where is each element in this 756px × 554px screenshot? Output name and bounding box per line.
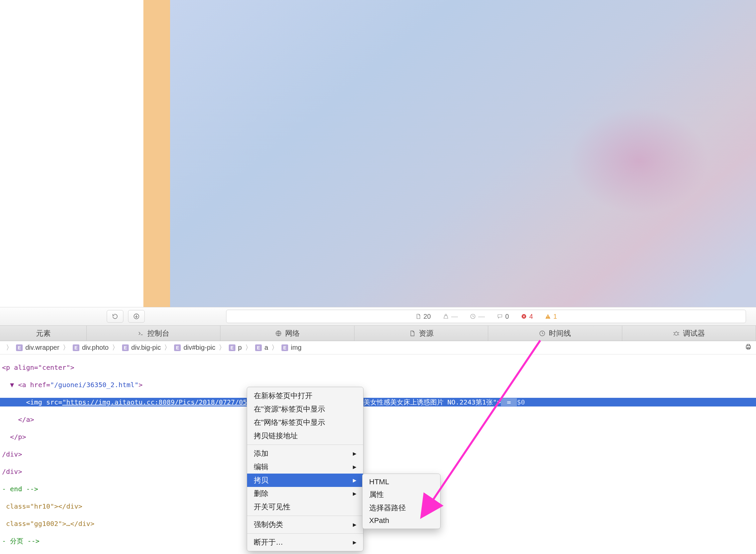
menu-separator xyxy=(247,445,363,445)
dom-line[interactable]: - 分页 --> xyxy=(2,537,39,545)
dom-line[interactable]: /div> xyxy=(2,450,22,458)
time-chip[interactable]: — xyxy=(470,313,485,320)
page-border-strip xyxy=(143,0,170,307)
chevron-right-icon: ▶ xyxy=(353,522,357,527)
dom-line[interactable]: - end --> xyxy=(2,485,38,493)
tab-timeline[interactable]: 时间线 xyxy=(488,326,622,341)
ctx-show-in-network[interactable]: 在"网络"标签页中显示 xyxy=(247,416,363,429)
context-menu: 在新标签页中打开 在"资源"标签页中显示 在"网络"标签页中显示 拷贝链接地址 … xyxy=(247,387,364,551)
chevron-right-icon: ▶ xyxy=(353,478,357,483)
menu-separator xyxy=(247,533,363,534)
tab-resources[interactable]: 资源 xyxy=(355,326,488,341)
tab-label: 资源 xyxy=(419,328,434,338)
element-badge-icon: E xyxy=(73,344,79,351)
element-badge-icon: E xyxy=(281,344,288,351)
svg-rect-9 xyxy=(746,346,751,348)
weight-chip[interactable]: — xyxy=(443,313,458,320)
chevron-right-icon: 〉 xyxy=(245,343,252,352)
comments-count: 0 xyxy=(505,313,509,320)
reload-button[interactable] xyxy=(107,310,123,323)
tab-label: 调试器 xyxy=(683,328,705,338)
devtools-tabs: 元素 控制台 网络 资源 时间线 调试器 xyxy=(0,326,756,341)
dom-selected-line[interactable]: <img src="https://img.aitaotu.cc:8089/Pi… xyxy=(0,398,756,406)
tab-elements[interactable]: 元素 xyxy=(0,326,87,341)
chevron-right-icon: ▶ xyxy=(353,540,357,545)
chevron-right-icon: 〉 xyxy=(63,343,69,352)
svg-point-8 xyxy=(675,332,678,335)
svg-rect-5 xyxy=(548,318,548,318)
dom-line[interactable]: <p align="center"> xyxy=(2,364,74,372)
ctx-break-on[interactable]: 断开于…▶ xyxy=(247,536,363,549)
tab-label: 控制台 xyxy=(147,328,170,338)
errors-chip[interactable]: 4 xyxy=(521,313,533,320)
crumb-item[interactable]: img xyxy=(291,344,302,351)
crumb-item[interactable]: p xyxy=(238,344,242,351)
chevron-right-icon: ▶ xyxy=(353,451,357,456)
submenu-html[interactable]: HTML xyxy=(363,476,440,488)
chevron-right-icon: 〉 xyxy=(219,343,226,352)
warnings-chip[interactable]: 1 xyxy=(545,313,557,320)
ctx-force-pseudo[interactable]: 强制伪类▶ xyxy=(247,518,363,531)
ctx-copy-link[interactable]: 拷贝链接地址 xyxy=(247,429,363,443)
submenu-attributes[interactable]: 属性 xyxy=(363,488,440,501)
dom-line[interactable]: </p> xyxy=(10,433,26,441)
chevron-right-icon: ▶ xyxy=(353,464,357,469)
browser-page xyxy=(0,0,756,307)
ctx-open-new-tab[interactable]: 在新标签页中打开 xyxy=(247,389,363,402)
submenu-selector-path[interactable]: 选择器路径 xyxy=(363,501,440,515)
element-badge-icon: E xyxy=(174,344,181,351)
element-badge-icon: E xyxy=(122,344,129,351)
submenu-xpath[interactable]: XPath xyxy=(363,515,440,527)
dom-line[interactable]: /div> xyxy=(2,467,22,476)
crumb-item[interactable]: div.photo xyxy=(82,344,109,351)
ctx-delete[interactable]: 删除▶ xyxy=(247,487,363,500)
dom-line[interactable]: </a> xyxy=(18,416,34,424)
tab-label: 元素 xyxy=(36,328,51,338)
tab-console[interactable]: 控制台 xyxy=(87,326,220,341)
element-badge-icon: E xyxy=(229,344,236,351)
chevron-right-icon: 〉 xyxy=(164,343,171,352)
devtools-status-bar: 20 — — 0 4 1 xyxy=(226,310,746,323)
tab-label: 时间线 xyxy=(549,328,571,338)
page-gutter xyxy=(0,0,143,307)
chevron-right-icon: ▶ xyxy=(353,491,357,496)
ctx-toggle-visibility[interactable]: 开关可见性 xyxy=(247,500,363,514)
ctx-add[interactable]: 添加▶ xyxy=(247,447,363,460)
ctx-show-in-resources[interactable]: 在"资源"标签页中显示 xyxy=(247,402,363,416)
print-icon[interactable] xyxy=(745,343,752,352)
page-main-image[interactable] xyxy=(170,0,756,307)
svg-point-1 xyxy=(445,314,447,316)
svg-rect-10 xyxy=(747,344,749,346)
chevron-right-icon: 〉 xyxy=(271,343,278,352)
menu-separator xyxy=(247,516,363,516)
download-button[interactable] xyxy=(128,310,145,323)
docs-count-chip[interactable]: 20 xyxy=(415,313,431,320)
tab-label: 网络 xyxy=(285,328,300,338)
element-badge-icon: E xyxy=(255,344,262,351)
crumb-item[interactable]: div#big-pic xyxy=(183,344,215,351)
docs-count: 20 xyxy=(424,313,431,320)
dom-line[interactable]: ▼ <a href="/guonei/36350_2.html"> xyxy=(10,381,142,389)
svg-rect-4 xyxy=(548,316,548,317)
tab-network[interactable]: 网络 xyxy=(220,326,354,341)
crumb-item[interactable]: div.big-pic xyxy=(131,344,161,351)
copy-submenu: HTML 属性 选择器路径 XPath xyxy=(362,474,441,529)
chevron-right-icon: 〉 xyxy=(112,343,119,352)
dom-breadcrumb: 〉 E div.wrapper 〉 E div.photo 〉 E div.bi… xyxy=(0,341,756,354)
comments-chip[interactable]: 0 xyxy=(497,313,509,320)
crumb-item[interactable]: a xyxy=(264,344,268,351)
element-badge-icon: E xyxy=(16,344,23,351)
tab-debugger[interactable]: 调试器 xyxy=(622,326,756,341)
ctx-edit[interactable]: 编辑▶ xyxy=(247,460,363,474)
crumb-item[interactable]: div.wrapper xyxy=(25,344,59,351)
warnings-count: 1 xyxy=(553,313,557,320)
chevron-right-icon: 〉 xyxy=(6,343,13,352)
errors-count: 4 xyxy=(529,313,533,320)
ctx-copy[interactable]: 拷贝▶ xyxy=(247,474,363,487)
devtools-toolbar: 20 — — 0 4 1 xyxy=(0,307,756,326)
